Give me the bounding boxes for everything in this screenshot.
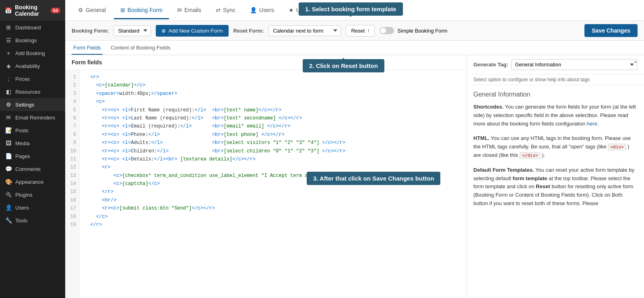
line-number: 17 bbox=[65, 204, 79, 212]
line-number: 18 bbox=[65, 213, 79, 221]
code-line: </c> bbox=[85, 213, 462, 221]
line-number: 13 bbox=[65, 172, 79, 180]
line-number: 12 bbox=[65, 163, 79, 171]
add-booking-icon: + bbox=[5, 50, 12, 56]
sidebar-item-label: Bookings bbox=[15, 37, 37, 43]
sidebar-item-media[interactable]: 🖼Media bbox=[0, 137, 65, 150]
line-number: 8 bbox=[65, 131, 79, 139]
tab-emails[interactable]: ✉Emails bbox=[171, 1, 208, 19]
simple-booking-form-label: Simple Booking Form bbox=[397, 28, 447, 34]
tab-booking-form[interactable]: ⊞Booking Form bbox=[114, 1, 169, 19]
code-editor[interactable]: 12345678910111213141516171819 <r> <c>[ca… bbox=[65, 70, 466, 298]
code-lines[interactable]: <r> <c>[calendar]</c> <spacer>width:40px… bbox=[80, 70, 466, 298]
sidebar-item-label: Availability bbox=[15, 63, 40, 69]
sidebar-item-label: Add Booking bbox=[15, 50, 45, 56]
sub-tabs: Form FieldsContent of Booking Fields bbox=[65, 41, 644, 55]
comments-icon: 💬 bbox=[5, 166, 12, 172]
dashboard-icon: ⊞ bbox=[5, 24, 12, 31]
sidebar-item-label: Settings bbox=[15, 102, 34, 108]
sidebar-items: ⊞Dashboard☰Bookings+Add Booking◈Availabi… bbox=[0, 21, 65, 227]
tab-upgrade[interactable]: ★Upgrade bbox=[282, 1, 324, 19]
save-changes-button[interactable]: Save Changes bbox=[584, 24, 638, 37]
availability-icon: ◈ bbox=[5, 63, 12, 69]
users-icon: 👤 bbox=[5, 204, 12, 211]
code-line: <r><c> <l>Last Name (required):</l> <br>… bbox=[85, 114, 462, 122]
line-number: 19 bbox=[65, 221, 79, 229]
sidebar-item-pages[interactable]: 📄Pages bbox=[0, 150, 65, 162]
code-line: <r> bbox=[85, 73, 462, 81]
add-new-custom-form-button[interactable]: ⊕ Add New Custom Form bbox=[156, 25, 228, 37]
sidebar-item-resources[interactable]: ◧Resources bbox=[0, 85, 65, 98]
prices-icon: ; bbox=[5, 76, 12, 82]
sidebar-item-prices[interactable]: ;Prices bbox=[0, 72, 65, 85]
line-number: 10 bbox=[65, 147, 79, 155]
email-reminders-icon: ✉ bbox=[5, 114, 12, 121]
sidebar-item-appearance[interactable]: 🎨Appearance bbox=[0, 175, 65, 188]
code-line: <c> bbox=[85, 98, 462, 106]
calendar-icon: 📅 bbox=[5, 7, 12, 14]
sidebar-item-dashboard[interactable]: ⊞Dashboard bbox=[0, 21, 65, 34]
sidebar-item-comments[interactable]: 💬Comments bbox=[0, 162, 65, 175]
generate-tag-select[interactable]: General Information bbox=[511, 59, 638, 70]
content-area: Form fields 1234567891011121314151617181… bbox=[65, 55, 644, 298]
line-numbers: 12345678910111213141516171819 bbox=[65, 70, 80, 298]
sidebar-item-plugins[interactable]: 🔌Plugins bbox=[0, 188, 65, 201]
subtab-form-fields[interactable]: Form Fields bbox=[72, 41, 103, 55]
sidebar-item-users[interactable]: 👤Users bbox=[0, 201, 65, 214]
line-number: 16 bbox=[65, 196, 79, 204]
bookings-icon: ☰ bbox=[5, 37, 12, 43]
line-number: 14 bbox=[65, 180, 79, 188]
code-line: <r><c>[submit class:btn "Send"]</c></r> bbox=[85, 204, 462, 212]
sidebar-item-label: Posts bbox=[15, 127, 29, 134]
tab-general[interactable]: ⚙General bbox=[72, 1, 112, 19]
line-number: 1 bbox=[65, 73, 79, 81]
upload-icon: ↑ bbox=[367, 28, 369, 33]
reset-button[interactable]: Reset ↑ bbox=[346, 25, 375, 37]
sidebar-item-availability[interactable]: ◈Availability bbox=[0, 60, 65, 72]
code-line: <c>[captcha]</c> bbox=[85, 180, 462, 188]
main-content: ⚙General⊞Booking Form✉Emails⇄Sync👤Users★… bbox=[65, 0, 644, 298]
sidebar-logo[interactable]: 📅 Booking Calendar 54 bbox=[0, 0, 65, 21]
subtab-content-of-booking-fields[interactable]: Content of Booking Fields bbox=[109, 41, 172, 55]
line-number: 5 bbox=[65, 106, 79, 114]
plugins-icon: 🔌 bbox=[5, 191, 12, 198]
tab-users[interactable]: 👤Users bbox=[244, 1, 281, 19]
sidebar-item-add-booking[interactable]: +Add Booking bbox=[0, 47, 65, 60]
info-block-shortcodes: Shortcodes. You can generate the form fi… bbox=[473, 103, 638, 128]
info-section-title: General Information bbox=[473, 91, 638, 98]
sidebar-item-label: Media bbox=[15, 140, 29, 146]
sidebar-item-label: Comments bbox=[15, 166, 41, 172]
info-blocks: Shortcodes. You can generate the form fi… bbox=[473, 103, 638, 208]
right-panel-content: General Information Shortcodes. You can … bbox=[467, 85, 644, 298]
code-line: <r><c> <l>Details:</l><br> [textarea det… bbox=[85, 155, 462, 163]
line-number: 3 bbox=[65, 90, 79, 98]
line-number: 2 bbox=[65, 81, 79, 89]
reset-form-select[interactable]: Calendar next to form bbox=[268, 25, 341, 36]
generate-tag-label: Generate Tag: bbox=[473, 62, 508, 68]
code-line: <r><c> <l>First Name (required):</l> <br… bbox=[85, 106, 462, 114]
toolbar: Booking Form: Standard ⊕ Add New Custom … bbox=[65, 21, 644, 41]
posts-icon: 📝 bbox=[5, 127, 12, 134]
top-tabs: ⚙General⊞Booking Form✉Emails⇄Sync👤Users★… bbox=[65, 0, 644, 21]
line-number: 4 bbox=[65, 98, 79, 106]
tools-icon: 🔧 bbox=[5, 217, 12, 224]
general-tab-icon: ⚙ bbox=[78, 7, 83, 13]
sidebar-badge: 54 bbox=[51, 8, 60, 13]
code-line: <r><c> <l>Phone:</l> <br>[text phone] </… bbox=[85, 131, 462, 139]
line-number: 6 bbox=[65, 114, 79, 122]
sidebar-item-label: Appearance bbox=[15, 179, 43, 185]
sidebar-item-label: Dashboard bbox=[15, 25, 41, 31]
sidebar-item-email-reminders[interactable]: ✉Email Reminders bbox=[0, 111, 65, 124]
sidebar-item-label: Users bbox=[15, 205, 29, 211]
simple-booking-form-toggle[interactable] bbox=[380, 27, 394, 34]
sidebar-item-tools[interactable]: 🔧Tools bbox=[0, 214, 65, 227]
booking-form-select[interactable]: Standard bbox=[114, 25, 151, 36]
sidebar-item-settings[interactable]: ⚙Settings bbox=[0, 98, 65, 111]
sidebar-item-bookings[interactable]: ☰Bookings bbox=[0, 34, 65, 47]
tab-sync[interactable]: ⇄Sync bbox=[209, 1, 242, 19]
line-number: 11 bbox=[65, 155, 79, 163]
here-link[interactable]: here bbox=[587, 121, 597, 127]
code-line: <c>[calendar]</c> bbox=[85, 81, 462, 89]
right-panel-header: Generate Tag: General Information bbox=[467, 55, 644, 74]
sidebar-item-posts[interactable]: 📝Posts bbox=[0, 124, 65, 137]
